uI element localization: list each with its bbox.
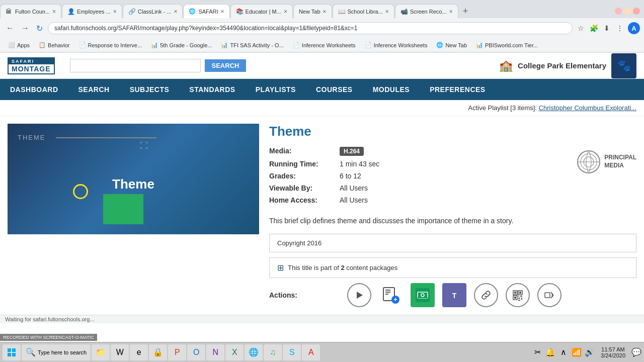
download-icon[interactable]: ⬇: [602, 23, 612, 33]
forward-button[interactable]: →: [19, 23, 31, 34]
response-label: Response to Interve...: [88, 42, 142, 48]
bookmark-response[interactable]: 📄 Response to Interve...: [75, 41, 146, 49]
maximize-button[interactable]: [624, 8, 631, 15]
principal-media-icon: [576, 149, 601, 174]
search-taskbar-label: Type here to search: [38, 349, 87, 355]
profile-avatar[interactable]: A: [628, 22, 640, 34]
ms-teams-button[interactable]: T: [442, 283, 466, 307]
add-playlist-button[interactable]: +: [379, 283, 403, 307]
snip-icon[interactable]: ✂: [532, 347, 542, 357]
taskbar-outlook[interactable]: O: [187, 344, 205, 360]
tab-educator[interactable]: 📚 Educator | M... ×: [230, 4, 293, 18]
taskbar-explorer[interactable]: 📁: [92, 344, 110, 360]
taskbar-onenote[interactable]: N: [206, 344, 224, 360]
search-button[interactable]: SEARCH: [205, 59, 247, 72]
nav-modules[interactable]: MODULES: [363, 79, 420, 100]
network-icon[interactable]: 📶: [572, 347, 582, 357]
close-tab-icon[interactable]: ×: [449, 8, 453, 15]
site-logo: SAFARI MONTAGE: [8, 57, 55, 74]
bookmark-5thgrade[interactable]: 📊 5th Grade - Google...: [147, 41, 216, 49]
bookmark-apps[interactable]: ⬜ Apps: [4, 41, 34, 49]
taskbar-chrome[interactable]: 🌐: [245, 344, 263, 360]
nav-courses[interactable]: COURSES: [306, 79, 363, 100]
close-tab-icon[interactable]: ×: [385, 8, 389, 15]
grades-label: Grades:: [269, 172, 340, 180]
qr-code-button[interactable]: [506, 283, 530, 307]
tab-newtab[interactable]: New Tab ×: [293, 4, 332, 18]
minimize-button[interactable]: [615, 8, 622, 15]
svg-rect-6: [385, 290, 390, 291]
play-button[interactable]: [347, 283, 371, 307]
video-title: Theme: [112, 176, 154, 192]
close-button[interactable]: [633, 8, 640, 15]
browser-chrome: 🏛 Fulton Coun... × 👤 Employees ... × 🔗 C…: [0, 0, 644, 53]
tab-favicon: 📹: [400, 8, 408, 15]
search-taskbar[interactable]: 🔍 Type here to search: [22, 344, 91, 360]
nav-playlists[interactable]: PLAYLISTS: [246, 79, 306, 100]
nav-search[interactable]: SEARCH: [68, 79, 120, 100]
taskbar-control-panel[interactable]: 🔒: [149, 344, 167, 360]
bookmark-pbis[interactable]: 📊 PBISworld.com Tier...: [472, 41, 542, 49]
active-playlist-link[interactable]: Christopher Columbus Explorati...: [539, 104, 636, 112]
video-expand-icon[interactable]: ⛶: [140, 141, 149, 150]
nav-subjects[interactable]: SUBJECTS: [120, 79, 180, 100]
tab-school-library[interactable]: 📖 School Libra... ×: [333, 4, 394, 18]
action-center-icon[interactable]: 💬: [631, 347, 641, 357]
svg-rect-29: [8, 348, 11, 352]
share-link-button[interactable]: [474, 283, 498, 307]
address-bar-input[interactable]: [48, 22, 573, 34]
taskbar-adobe[interactable]: A: [302, 344, 320, 360]
home-access-row: Home Access: All Users: [269, 196, 379, 204]
taskbar-ppt[interactable]: P: [168, 344, 186, 360]
search-input[interactable]: [70, 59, 201, 72]
tab-fulton[interactable]: 🏛 Fulton Coun... ×: [0, 4, 61, 18]
google-classroom-button[interactable]: [411, 283, 435, 307]
bookmark-inference2[interactable]: 📄 Inference Worksheets: [361, 41, 432, 49]
expand-packages-icon[interactable]: ⊞: [277, 263, 284, 273]
bookmark-inference1[interactable]: 📄 Inference Worksheets: [289, 41, 360, 49]
close-tab-icon[interactable]: ×: [323, 8, 327, 15]
svg-rect-31: [8, 353, 11, 356]
content-packages-box[interactable]: ⊞ This title is part of 2 content packag…: [269, 257, 636, 278]
close-tab-icon[interactable]: ×: [284, 8, 287, 15]
nav-standards[interactable]: STANDARDS: [179, 79, 245, 100]
read-aloud-button[interactable]: [537, 283, 561, 307]
tfi-favicon: 📊: [221, 42, 228, 48]
menu-icon[interactable]: ⋮: [615, 23, 625, 33]
tab-employees[interactable]: 👤 Employees ... ×: [62, 4, 122, 18]
status-bar: Waiting for safari.fultonschools.org...: [0, 315, 644, 323]
nav-preferences[interactable]: PREFERENCES: [420, 79, 496, 100]
close-tab-icon[interactable]: ×: [113, 8, 117, 15]
video-player[interactable]: THEME ⛶ Theme: [8, 124, 259, 234]
svg-rect-32: [12, 353, 16, 356]
close-tab-icon[interactable]: ×: [52, 8, 56, 15]
taskbar-excel[interactable]: X: [225, 344, 244, 360]
tab-classlink[interactable]: 🔗 ClassLink - ... ×: [123, 4, 183, 18]
back-button[interactable]: ←: [4, 23, 16, 34]
chevron-up-icon[interactable]: ∧: [558, 347, 569, 357]
bookmark-icon[interactable]: ☆: [576, 23, 586, 33]
start-button[interactable]: [3, 344, 21, 360]
notification-icon[interactable]: 🔔: [545, 347, 555, 357]
extension-icon[interactable]: 🧩: [589, 23, 599, 33]
tab-title: Fulton Coun...: [15, 9, 50, 15]
taskbar-spotify[interactable]: ♫: [264, 344, 282, 360]
volume-icon[interactable]: 🔊: [585, 347, 595, 357]
bookmark-newtab2[interactable]: 🌐 New Tab: [432, 41, 471, 49]
tab-screen-reco[interactable]: 📹 Screen Reco... ×: [395, 4, 458, 18]
taskbar: 🔍 Type here to search 📁 W e 🔒 P O N X 🌐 …: [0, 342, 644, 362]
explorer-icon: 📁: [96, 347, 106, 357]
taskbar-ie[interactable]: e: [130, 344, 148, 360]
new-tab-button[interactable]: +: [459, 6, 472, 17]
taskbar-skype[interactable]: S: [283, 344, 301, 360]
bookmark-behavior[interactable]: 📋 Behavior: [35, 41, 73, 49]
taskbar-word[interactable]: W: [111, 344, 129, 360]
system-clock[interactable]: 11:57 AM 3/24/2020: [598, 346, 628, 358]
close-tab-icon[interactable]: ×: [174, 8, 177, 15]
close-tab-icon[interactable]: ×: [221, 8, 224, 15]
nav-dashboard[interactable]: DASHBOARD: [0, 79, 68, 100]
tfi-label: TFI SAS Activity - O...: [230, 42, 283, 48]
bookmark-tfi[interactable]: 📊 TFI SAS Activity - O...: [217, 41, 287, 49]
reload-button[interactable]: ↻: [34, 23, 45, 34]
tab-safari[interactable]: 🌐 SAFARI ×: [183, 4, 229, 18]
